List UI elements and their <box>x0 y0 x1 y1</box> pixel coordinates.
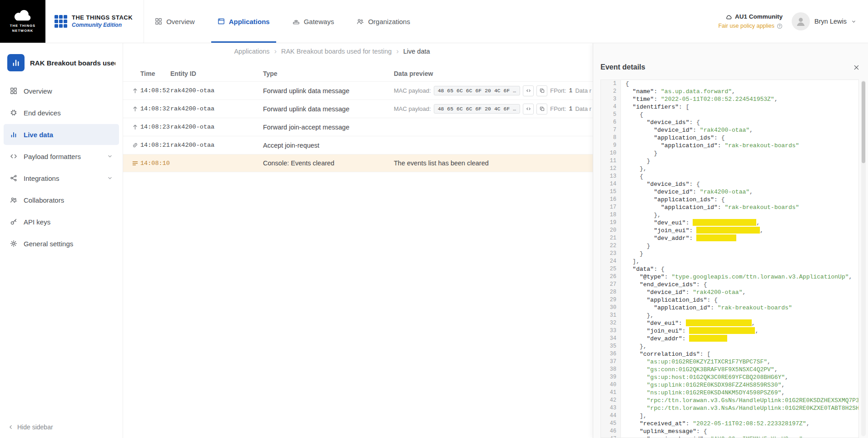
line-number: 4 <box>601 103 621 111</box>
code-line: 10 } <box>601 149 858 157</box>
panel-scrollbar[interactable] <box>861 80 866 436</box>
code-line: 47 "session_key_id": "AYCw39ncIMEMN/5nXL… <box>601 435 858 438</box>
breadcrumb-item[interactable]: Applications <box>234 48 269 55</box>
code-line: 37 "as:up:01G2RE0KZYZ1TXCR1F7YBPC7SF", <box>601 358 858 366</box>
sidebar-item-integrations[interactable]: Integrations <box>4 168 119 189</box>
code-line: 20 "join_eui": , <box>601 227 858 234</box>
ttn-logo-text: THE THINGS NETWORK <box>10 24 35 33</box>
code-line: 17 "application_id": "rak-breakout-board… <box>601 204 858 211</box>
event-entity-id: rak4200-otaa <box>170 124 263 130</box>
line-number: 34 <box>601 335 621 343</box>
line-number: 16 <box>601 196 621 204</box>
user-menu[interactable]: Bryn Lewis <box>792 12 856 30</box>
payload-hex: 48 65 6C 6C 6F 20 4C 6F … <box>434 104 521 114</box>
sidebar-item-live-data[interactable]: Live data <box>4 124 119 145</box>
copy-button[interactable] <box>536 85 547 96</box>
question-icon[interactable] <box>777 23 783 29</box>
line-number: 43 <box>601 404 621 412</box>
code-line: 12 }, <box>601 165 858 173</box>
sidebar-item-label: Collaborators <box>24 196 64 204</box>
nav-tab-overview[interactable]: Overview <box>153 0 197 43</box>
redaction-highlight <box>696 234 736 241</box>
event-time: 14:08:32 <box>140 105 170 112</box>
hide-sidebar-label: Hide sidebar <box>17 423 53 431</box>
uplink-icon <box>129 105 140 112</box>
header-right: AU1 Community Fair use policy applies Br… <box>718 0 868 43</box>
fair-use-policy-link[interactable]: Fair use policy applies <box>718 22 774 30</box>
hide-sidebar-button[interactable]: Hide sidebar <box>0 416 61 438</box>
avatar <box>792 12 810 30</box>
redaction-highlight <box>686 319 752 326</box>
line-number: 14 <box>601 180 621 188</box>
payload-label: MAC payload: <box>394 105 431 112</box>
scrollbar-thumb[interactable] <box>862 81 865 163</box>
line-number: 37 <box>601 358 621 366</box>
overview-icon <box>10 87 17 95</box>
payload-hex: 48 65 6C 6C 6F 20 4C 6F … <box>434 86 521 95</box>
sidebar-item-payload-formatters[interactable]: Payload formatters <box>4 146 119 167</box>
event-type: Console: Events cleared <box>263 159 394 167</box>
app-switcher[interactable]: RAK Breakout boards used for ... <box>0 43 123 80</box>
nav-tab-gateways[interactable]: Gateways <box>291 0 336 43</box>
primary-nav: OverviewApplicationsGatewaysOrganization… <box>144 0 412 43</box>
copy-button[interactable] <box>536 104 547 114</box>
code-line: 39 "gs:up:host:01G2QK3C0RE69YFCBQ208BHG6… <box>601 373 858 381</box>
collaborators-icon <box>10 196 17 204</box>
code-line: 1{ <box>601 80 858 88</box>
sidebar-item-overview[interactable]: Overview <box>4 80 119 101</box>
nav-tab-organizations[interactable]: Organizations <box>355 0 412 43</box>
line-number: 22 <box>601 242 621 250</box>
event-time: 14:08:23 <box>140 124 170 130</box>
code-line: 26 "@type": "type.googleapis.com/ttn.lor… <box>601 273 858 281</box>
things-network-logo[interactable]: THE THINGS NETWORK <box>0 0 45 43</box>
panel-header: Event details <box>593 43 868 71</box>
sidebar-item-api-keys[interactable]: API keys <box>4 211 119 232</box>
breadcrumb-separator: › <box>396 48 398 55</box>
nav-tab-label: Organizations <box>368 18 410 25</box>
code-line: 14 "device_ids": { <box>601 180 858 188</box>
event-json-viewer[interactable]: 1{2 "name": "as.up.data.forward",3 "time… <box>600 80 859 438</box>
code-line: 8 "application_ids": { <box>601 134 858 142</box>
things-stack-logo[interactable]: THE THINGS STACK Community Edition <box>45 0 144 43</box>
sidebar-item-collaborators[interactable]: Collaborators <box>4 189 119 210</box>
breadcrumb-item[interactable]: RAK Breakout boards used for testing <box>281 48 392 55</box>
uplink-icon <box>129 87 140 94</box>
sidebar-item-label: Integrations <box>24 174 59 182</box>
line-number: 38 <box>601 366 621 373</box>
nav-tab-applications[interactable]: Applications <box>216 0 272 43</box>
line-number: 30 <box>601 304 621 312</box>
code-line: 29 "application_ids": { <box>601 296 858 304</box>
code-line: 25 "data": { <box>601 265 858 273</box>
line-number: 24 <box>601 258 621 265</box>
code-line: 40 "gs:uplink:01G2RE0KSDX98FZZ4HS859RS30… <box>601 381 858 389</box>
redaction-highlight <box>693 219 756 226</box>
sidebar-item-general-settings[interactable]: General settings <box>4 233 119 254</box>
ttn-cloud-icon <box>12 10 33 22</box>
line-number: 28 <box>601 289 621 296</box>
things-stack-mark-icon <box>55 15 67 28</box>
things-stack-console: THE THINGS NETWORK THE THINGS STACK Comm… <box>0 0 868 438</box>
line-number: 21 <box>601 234 621 242</box>
toggle-hex-button[interactable] <box>523 104 534 114</box>
code-line: 46 "uplink_message": { <box>601 428 858 435</box>
nav-tab-label: Gateways <box>304 18 334 25</box>
line-number: 42 <box>601 397 621 404</box>
toggle-hex-button[interactable] <box>523 85 534 96</box>
code-line: 42 "rpc:/ttn.lorawan.v3.GsNs/HandleUplin… <box>601 397 858 404</box>
sidebar-item-end-devices[interactable]: End devices <box>4 102 119 123</box>
close-icon[interactable] <box>853 64 860 71</box>
fport-label: FPort: <box>550 105 566 112</box>
code-line: 23 } <box>601 250 858 258</box>
line-number: 10 <box>601 149 621 157</box>
sidebar: RAK Breakout boards used for ... Overvie… <box>0 43 123 438</box>
fport-value: 1 <box>569 105 573 112</box>
key-icon <box>10 218 17 225</box>
sidebar-item-label: Overview <box>24 87 52 95</box>
breadcrumb: Applications›RAK Breakout boards used fo… <box>123 48 541 55</box>
code-line: 24 ], <box>601 258 858 265</box>
code-icon <box>10 153 17 160</box>
code-line: 19 "dev_eui": , <box>601 219 858 227</box>
line-number: 31 <box>601 312 621 319</box>
code-line: 44 ], <box>601 412 858 420</box>
link-icon <box>129 142 140 149</box>
